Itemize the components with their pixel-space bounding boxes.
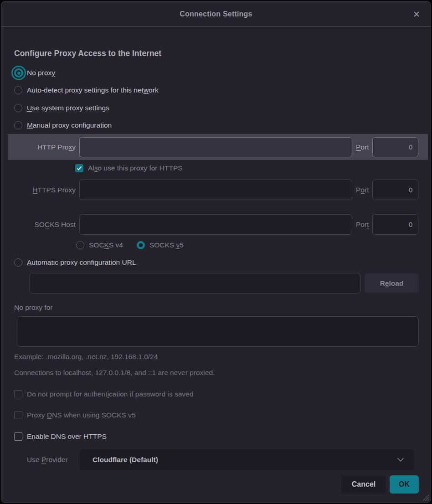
chevron-down-icon <box>397 458 404 462</box>
http-port-label: Port <box>356 143 369 151</box>
radio-auto-config-url[interactable]: Automatic proxy configuration URL <box>14 257 136 268</box>
checkbox-enable-doh-label: Enable DNS over HTTPS <box>27 432 107 441</box>
http-proxy-row-highlighted: HTTP Proxy Port <box>8 134 428 160</box>
connection-settings-dialog: Connection Settings ✕ Configure Proxy Ac… <box>1 1 431 503</box>
radio-system-proxy[interactable]: Use system proxy settings <box>14 102 109 114</box>
dialog-titlebar: Connection Settings ✕ <box>1 1 431 27</box>
radio-icon <box>14 258 22 267</box>
radio-auto-detect-label: Auto-detect proxy settings for this netw… <box>27 86 159 94</box>
socks-port-input[interactable] <box>372 214 418 235</box>
http-proxy-input[interactable] <box>79 137 352 157</box>
radio-manual-proxy-label: Manual proxy configuration <box>27 121 112 129</box>
socks-version-row: SOCKS v4 SOCKS v5 <box>76 239 184 251</box>
https-proxy-label: HTTPS Proxy <box>14 186 76 194</box>
radio-icon <box>76 241 84 249</box>
provider-selected-value: Cloudflare (Default) <box>93 456 397 464</box>
socks-host-row: SOCKS Host Port <box>14 214 418 235</box>
checkbox-icon <box>14 411 22 419</box>
radio-no-proxy-label: No proxy <box>27 69 55 77</box>
localhost-note-text: Connections to localhost, 127.0.0.1/8, a… <box>14 368 215 377</box>
auto-config-url-input[interactable] <box>30 273 360 293</box>
radio-selected-icon <box>137 241 145 249</box>
radio-icon <box>14 86 22 94</box>
radio-no-proxy[interactable]: No proxy <box>14 66 55 80</box>
cancel-button[interactable]: Cancel <box>341 475 386 494</box>
use-provider-label: Use Provider <box>27 455 68 464</box>
checkbox-no-prompt-label: Do not prompt for authentication if pass… <box>27 390 193 398</box>
https-port-label: Port <box>356 186 369 194</box>
http-proxy-label: HTTP Proxy <box>14 143 76 151</box>
radio-icon <box>14 104 22 112</box>
socks-host-label: SOCKS Host <box>14 221 76 229</box>
checkbox-proxy-dns[interactable]: Proxy DNS when using SOCKS v5 <box>14 410 136 421</box>
check-mark-icon <box>76 165 82 171</box>
page-heading: Configure Proxy Access to the Internet <box>14 49 161 58</box>
checkbox-share-proxy-label: Also use this proxy for HTTPS <box>88 164 183 172</box>
checkbox-no-prompt[interactable]: Do not prompt for authentication if pass… <box>14 389 193 400</box>
checkbox-enable-doh[interactable]: Enable DNS over HTTPS <box>14 431 107 442</box>
socks-port-label: Port <box>356 221 369 229</box>
socks-host-input[interactable] <box>79 214 352 235</box>
close-icon[interactable]: ✕ <box>411 8 422 20</box>
radio-auto-detect[interactable]: Auto-detect proxy settings for this netw… <box>14 84 159 97</box>
checkbox-icon <box>14 390 22 398</box>
https-port-input[interactable] <box>372 180 418 200</box>
provider-dropdown[interactable]: Cloudflare (Default) <box>80 449 414 470</box>
checkbox-share-proxy[interactable]: Also use this proxy for HTTPS <box>75 162 183 174</box>
radio-manual-proxy[interactable]: Manual proxy configuration <box>14 119 112 132</box>
checkbox-icon <box>14 432 22 441</box>
radio-socks-v4[interactable]: SOCKS v4 <box>76 241 123 249</box>
radio-socks-v4-label: SOCKS v4 <box>89 241 123 249</box>
dialog-title: Connection Settings <box>180 10 252 18</box>
http-port-input[interactable] <box>372 137 418 157</box>
no-proxy-for-label: No proxy for <box>14 303 52 312</box>
no-proxy-for-textarea[interactable] <box>17 316 419 347</box>
reload-button[interactable]: Reload <box>365 273 419 293</box>
no-proxy-example-text: Example: .mozilla.org, .net.nz, 192.168.… <box>14 352 158 361</box>
https-proxy-input[interactable] <box>79 180 352 200</box>
resize-grip[interactable] <box>419 491 429 501</box>
radio-system-proxy-label: Use system proxy settings <box>27 104 109 112</box>
checkbox-proxy-dns-label: Proxy DNS when using SOCKS v5 <box>27 411 136 419</box>
checkbox-checked-icon <box>75 164 83 172</box>
radio-icon <box>14 121 22 129</box>
radio-socks-v5[interactable]: SOCKS v5 <box>137 241 184 249</box>
https-proxy-row: HTTPS Proxy Port <box>14 180 418 200</box>
radio-socks-v5-label: SOCKS v5 <box>149 241 184 249</box>
radio-selected-icon <box>14 68 23 77</box>
radio-auto-config-url-label: Automatic proxy configuration URL <box>27 258 136 267</box>
ok-button[interactable]: OK <box>390 475 419 494</box>
